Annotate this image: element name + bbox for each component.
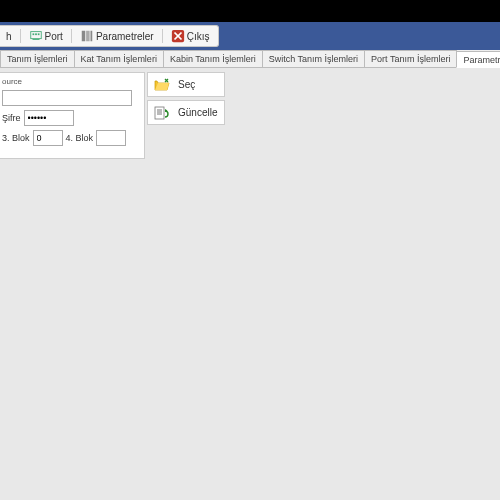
blok3-label: 3. Blok <box>2 133 30 143</box>
tab-kabin-tanim[interactable]: Kabin Tanım İşlemleri <box>163 50 263 67</box>
toolbar-separator <box>162 29 163 43</box>
guncelle-button[interactable]: Güncelle <box>147 100 225 125</box>
close-icon <box>171 29 185 43</box>
tab-label: Kabin Tanım İşlemleri <box>170 54 256 64</box>
ribbon-header: h Port Parametreler <box>0 22 500 50</box>
folder-open-icon <box>154 77 170 93</box>
action-label: Güncelle <box>178 107 217 118</box>
svg-rect-6 <box>86 31 90 42</box>
content-area: ource Şifre 3. Blok 4. Blok Seç <box>0 68 500 500</box>
source-input[interactable] <box>2 90 132 106</box>
settings-icon <box>80 29 94 43</box>
toolbar-item-label: Port <box>45 31 63 42</box>
tab-label: Kat Tanım İşlemleri <box>81 54 157 64</box>
action-label: Seç <box>178 79 195 90</box>
update-icon <box>154 105 170 121</box>
svg-rect-3 <box>37 33 39 35</box>
tab-port-tanim[interactable]: Port Tanım İşlemleri <box>364 50 457 67</box>
toolbar-item-label: Parametreler <box>96 31 154 42</box>
tab-parametreler[interactable]: Parametreler <box>456 51 500 68</box>
tab-label: Port Tanım İşlemleri <box>371 54 450 64</box>
toolbar-separator <box>20 29 21 43</box>
svg-rect-5 <box>82 31 86 42</box>
toolbar-port[interactable]: Port <box>25 28 67 44</box>
svg-rect-7 <box>90 31 92 42</box>
panel-title: ource <box>2 77 138 86</box>
toolbar-parametreler[interactable]: Parametreler <box>76 28 158 44</box>
tab-kat-tanim[interactable]: Kat Tanım İşlemleri <box>74 50 164 67</box>
tab-tanim[interactable]: Tanım İşlemleri <box>0 50 75 67</box>
tab-strip: Tanım İşlemleri Kat Tanım İşlemleri Kabi… <box>0 50 500 68</box>
sifre-label: Şifre <box>2 113 21 123</box>
svg-rect-2 <box>35 33 37 35</box>
toolbar-cikis[interactable]: Çıkış <box>167 28 214 44</box>
tab-label: Parametreler <box>463 55 500 65</box>
tab-switch-tanim[interactable]: Switch Tanım İşlemleri <box>262 50 365 67</box>
window-titlebar <box>0 0 500 22</box>
blok4-label: 4. Blok <box>66 133 94 143</box>
port-icon <box>29 29 43 43</box>
main-toolbar: h Port Parametreler <box>0 25 219 47</box>
toolbar-item-partial[interactable]: h <box>2 30 16 43</box>
toolbar-separator <box>71 29 72 43</box>
tab-label: Tanım İşlemleri <box>7 54 68 64</box>
tab-label: Switch Tanım İşlemleri <box>269 54 358 64</box>
toolbar-item-label: Çıkış <box>187 31 210 42</box>
blok3-input[interactable] <box>33 130 63 146</box>
toolbar-item-label: h <box>6 31 12 42</box>
source-panel: ource Şifre 3. Blok 4. Blok <box>0 72 145 159</box>
blok4-input[interactable] <box>96 130 126 146</box>
svg-rect-1 <box>32 33 34 35</box>
action-panel: Seç Güncelle <box>147 72 225 125</box>
sifre-input[interactable] <box>24 110 74 126</box>
svg-rect-11 <box>155 107 164 119</box>
sec-button[interactable]: Seç <box>147 72 225 97</box>
